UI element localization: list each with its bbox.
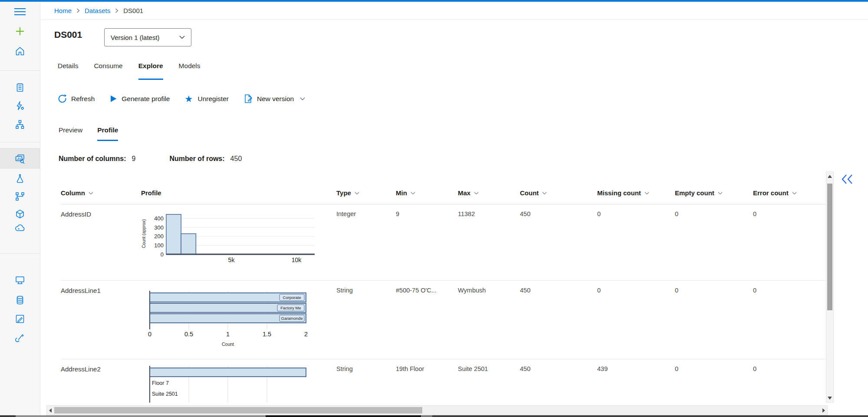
sidebar-item-home[interactable] — [13, 45, 26, 57]
sidebar-item-endpoints[interactable] — [13, 222, 26, 234]
svg-text:1: 1 — [226, 331, 230, 338]
triangle-down-icon — [828, 397, 832, 400]
scroll-right-button[interactable] — [820, 406, 827, 415]
table-row: AddressID01002003004005k10kCount (approx… — [61, 204, 827, 281]
play-icon — [110, 95, 117, 102]
sidebar-item-datastores[interactable] — [13, 294, 26, 306]
cell-column: AddressLine2 — [61, 359, 141, 403]
table-row: AddressLine1CorporateFactory MeGaramonde… — [61, 281, 827, 359]
unregister-button[interactable]: Unregister — [185, 95, 229, 103]
tab-models[interactable]: Models — [179, 62, 201, 80]
profile-table-viewport: ColumnProfileTypeMinMaxCountMissing coun… — [41, 182, 827, 403]
scroll-left-button[interactable] — [47, 406, 54, 415]
horizontal-scrollbar-thumb[interactable] — [54, 407, 422, 414]
sidebar-divider — [0, 70, 40, 71]
dataset-tabs: Details Consume Explore Models — [58, 62, 201, 80]
column-header-empty-count[interactable]: Empty count — [675, 189, 753, 197]
cell-empty-count: 0 — [675, 359, 753, 403]
tab-consume[interactable]: Consume — [94, 62, 122, 80]
cell-column: AddressID — [61, 204, 141, 280]
cell-column: AddressLine1 — [61, 281, 141, 359]
column-header-label: Count — [520, 189, 539, 197]
vertical-scrollbar-thumb[interactable] — [827, 184, 832, 310]
sidebar-item-linked-services[interactable] — [13, 332, 26, 344]
version-selector[interactable]: Version 1 (latest) — [104, 28, 191, 46]
sort-chevron-icon — [474, 192, 479, 195]
column-header-missing-count[interactable]: Missing count — [597, 189, 675, 197]
sort-chevron-icon — [542, 192, 547, 195]
sidebar-item-notebooks[interactable] — [13, 82, 26, 94]
sidebar-item-add-new[interactable] — [13, 25, 26, 37]
horizontal-scrollbar[interactable] — [46, 405, 828, 415]
svg-text:0.5: 0.5 — [184, 331, 193, 338]
stat-label: Number of columns: — [59, 155, 126, 163]
explore-subtabs: Preview Profile — [59, 126, 118, 141]
subtab-profile[interactable]: Profile — [97, 126, 118, 141]
subtab-preview[interactable]: Preview — [59, 126, 82, 141]
version-selector-value: Version 1 (latest) — [111, 34, 160, 41]
cell-empty-count: 0 — [675, 204, 753, 280]
left-nav-sidebar — [0, 2, 40, 417]
sidebar-item-compute[interactable] — [13, 274, 26, 286]
column-header-label: Empty count — [675, 189, 714, 197]
collapse-panel-button[interactable] — [840, 173, 854, 186]
sidebar-divider — [0, 142, 40, 142]
new-version-label: New version — [257, 95, 294, 103]
tab-details[interactable]: Details — [58, 62, 78, 80]
scroll-down-button[interactable] — [826, 394, 833, 402]
chevron-down-icon — [179, 36, 185, 39]
svg-text:Corporate: Corporate — [283, 295, 301, 300]
cell-profile: Floor 7Suite 2501 — [141, 359, 336, 403]
add-icon — [15, 26, 25, 36]
bottom-edge-strip — [0, 415, 868, 417]
scroll-up-button[interactable] — [826, 172, 833, 181]
vertical-scrollbar[interactable] — [826, 171, 834, 403]
tab-explore[interactable]: Explore — [138, 62, 163, 80]
models-icon — [15, 209, 25, 220]
generate-profile-button[interactable]: Generate profile — [110, 95, 170, 103]
notebooks-icon — [15, 82, 25, 93]
table-row: AddressLine2Floor 7Suite 2501String19th … — [61, 359, 827, 403]
column-header-max[interactable]: Max — [458, 189, 520, 197]
sidebar-item-designer[interactable] — [13, 118, 26, 131]
sidebar-item-automated-ml[interactable] — [13, 100, 26, 112]
column-header-error-count[interactable]: Error count — [753, 189, 827, 197]
sidebar-item-pipelines[interactable] — [13, 190, 26, 203]
svg-text:0: 0 — [161, 251, 164, 258]
compute-icon — [15, 275, 25, 286]
breadcrumb-separator-icon — [115, 8, 118, 13]
sort-chevron-icon — [792, 192, 797, 195]
sidebar-item-models[interactable] — [13, 208, 26, 220]
sidebar-item-experiments[interactable] — [13, 173, 26, 185]
sidebar-item-datasets[interactable] — [13, 153, 26, 165]
cell-type: String — [336, 281, 396, 359]
cell-missing-count: 0 — [597, 204, 675, 280]
designer-icon — [15, 119, 25, 130]
triangle-left-icon — [49, 408, 52, 413]
refresh-button[interactable]: Refresh — [58, 94, 95, 103]
sort-chevron-icon — [355, 192, 359, 195]
sort-chevron-icon — [718, 192, 723, 195]
svg-text:Count (approx): Count (approx) — [141, 219, 146, 248]
cell-type: String — [336, 359, 396, 403]
sidebar-item-menu[interactable] — [13, 6, 26, 18]
menu-icon — [14, 8, 26, 16]
breadcrumb-home-link[interactable]: Home — [54, 7, 72, 14]
column-header-label: Min — [396, 189, 407, 197]
experiments-icon — [15, 174, 25, 184]
unregister-label: Unregister — [197, 95, 229, 103]
app-window: Home Datasets DS001 DS001 Version 1 (lat… — [0, 0, 868, 417]
data-labeling-icon — [15, 314, 25, 324]
sidebar-item-data-labeling[interactable] — [13, 313, 26, 325]
dataset-stats: Number of columns: 9 Number of rows: 450 — [59, 155, 242, 163]
column-header-type[interactable]: Type — [336, 189, 396, 197]
cell-error-count: 0 — [753, 359, 827, 403]
column-header-label: Missing count — [597, 189, 641, 197]
column-header-column[interactable]: Column — [61, 189, 141, 197]
triangle-up-icon — [828, 175, 832, 178]
new-version-button[interactable]: New version — [244, 94, 305, 103]
column-header-min[interactable]: Min — [396, 189, 458, 197]
column-header-count[interactable]: Count — [520, 189, 597, 197]
double-chevron-left-icon — [841, 174, 853, 185]
breadcrumb-datasets-link[interactable]: Datasets — [85, 7, 110, 14]
